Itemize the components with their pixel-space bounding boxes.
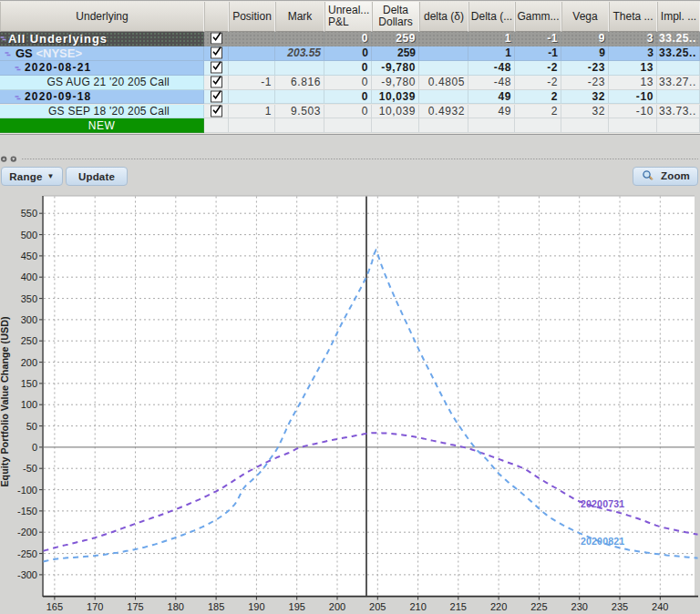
svg-text:165: 165 [46,601,63,612]
svg-text:240: 240 [652,601,668,612]
svg-text:-100: -100 [17,485,37,496]
svg-text:215: 215 [450,601,467,612]
svg-text:450: 450 [21,251,37,261]
svg-text:-150: -150 [17,506,37,517]
svg-text:200: 200 [21,357,37,368]
svg-text:20200731: 20200731 [581,498,624,509]
svg-text:-50: -50 [23,463,37,474]
svg-text:175: 175 [127,601,143,612]
svg-text:-300: -300 [17,569,37,580]
svg-text:205: 205 [369,601,386,612]
svg-text:20200821: 20200821 [581,536,624,547]
svg-text:195: 195 [289,601,305,612]
svg-text:190: 190 [248,601,264,612]
svg-text:500: 500 [21,230,37,240]
svg-text:180: 180 [168,601,184,612]
svg-text:300: 300 [21,314,37,325]
svg-text:200: 200 [329,601,345,612]
svg-text:210: 210 [409,601,426,612]
svg-text:0: 0 [32,442,37,453]
svg-text:-250: -250 [17,548,37,559]
svg-text:220: 220 [490,601,507,612]
svg-text:170: 170 [87,601,103,612]
svg-text:150: 150 [21,378,37,389]
svg-text:230: 230 [571,601,588,612]
svg-text:185: 185 [208,601,224,612]
svg-text:50: 50 [26,421,37,432]
svg-text:350: 350 [21,293,37,304]
svg-text:400: 400 [21,271,37,282]
svg-text:100: 100 [21,399,37,410]
svg-text:225: 225 [530,601,547,612]
svg-text:250: 250 [21,335,37,346]
svg-text:-200: -200 [17,527,37,537]
svg-text:550: 550 [21,208,37,219]
svg-text:235: 235 [612,601,628,612]
svg-text:Equity Portfolio Value Change: Equity Portfolio Value Change (USD) [0,316,10,487]
